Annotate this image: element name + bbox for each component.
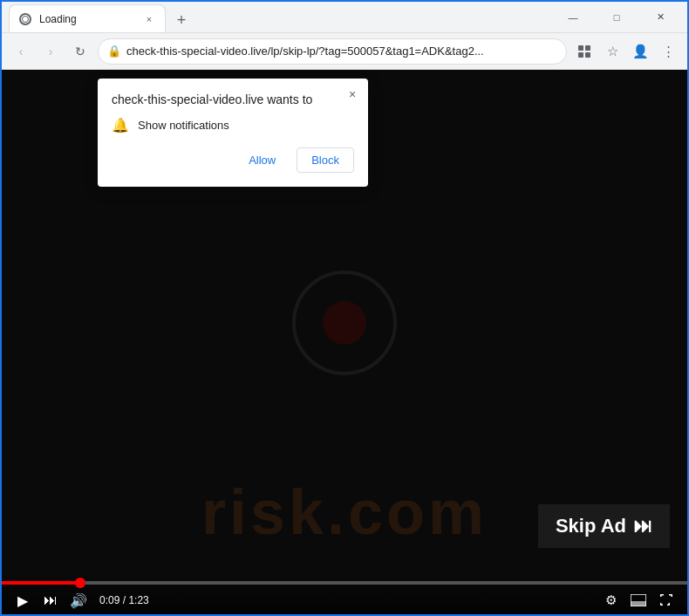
bookmark-icon[interactable]: ☆ <box>600 39 624 64</box>
bell-icon: 🔔 <box>112 117 129 133</box>
next-button[interactable]: ⏭ <box>40 590 61 611</box>
extensions-icon[interactable] <box>572 39 597 64</box>
skip-ad-icon: ⏭ <box>633 515 652 537</box>
forward-button[interactable]: › <box>38 39 63 64</box>
page-content: risk.com × check-this-special-video.live… <box>2 70 687 616</box>
tab-close-button[interactable]: × <box>142 12 156 26</box>
logo-watermark <box>292 270 397 375</box>
window-controls: — □ ✕ <box>553 3 680 31</box>
theater-button[interactable] <box>628 590 649 611</box>
volume-button[interactable]: 🔊 <box>68 590 89 611</box>
profile-icon[interactable]: 👤 <box>628 39 652 64</box>
svg-rect-5 <box>631 601 646 606</box>
new-tab-button[interactable]: + <box>169 8 194 32</box>
progress-dot <box>75 578 85 588</box>
toolbar-area: ☆ 👤 ⋮ <box>572 39 680 64</box>
time-display: 0:09 / 1:23 <box>99 594 149 606</box>
notification-row: 🔔 Show notifications <box>112 117 354 133</box>
notification-text: Show notifications <box>138 119 229 132</box>
maximize-button[interactable]: □ <box>597 3 637 31</box>
popup-title: check-this-special-video.live wants to <box>112 92 354 106</box>
svg-rect-2 <box>578 52 583 58</box>
popup-buttons: Allow Block <box>112 147 354 173</box>
navigation-bar: ‹ › ↻ 🔒 check-this-special-video.live/lp… <box>2 33 687 70</box>
video-controls: ▶ ⏭ 🔊 0:09 / 1:23 ⚙ <box>2 572 687 616</box>
fullscreen-button[interactable] <box>656 590 677 611</box>
svg-rect-0 <box>578 45 583 51</box>
svg-rect-3 <box>585 52 590 58</box>
watermark-text: risk.com <box>201 476 488 548</box>
popup-close-button[interactable]: × <box>344 86 361 103</box>
current-time: 0:09 <box>99 594 119 606</box>
notification-popup: × check-this-special-video.live wants to… <box>98 79 368 187</box>
progress-bar[interactable] <box>2 581 687 585</box>
controls-row: ▶ ⏭ 🔊 0:09 / 1:23 ⚙ <box>2 590 687 611</box>
settings-button[interactable]: ⚙ <box>600 590 621 611</box>
skip-ad-button[interactable]: Skip Ad ⏭ <box>538 504 670 548</box>
menu-icon[interactable]: ⋮ <box>656 39 680 64</box>
progress-fill <box>2 581 80 585</box>
play-button[interactable]: ▶ <box>12 590 33 611</box>
block-button[interactable]: Block <box>297 147 354 173</box>
allow-button[interactable]: Allow <box>235 147 290 173</box>
tab-title: Loading <box>39 13 135 25</box>
svg-rect-1 <box>585 45 590 51</box>
skip-ad-label: Skip Ad <box>556 515 626 537</box>
close-button[interactable]: ✕ <box>640 3 680 31</box>
address-text: check-this-special-video.live/lp/skip-lp… <box>126 44 557 58</box>
tab-area: Loading × + <box>9 2 546 32</box>
title-bar: Loading × + — □ ✕ <box>2 2 687 33</box>
minimize-button[interactable]: — <box>553 3 593 31</box>
reload-button[interactable]: ↻ <box>68 39 92 64</box>
lock-icon: 🔒 <box>107 44 121 58</box>
time-separator: / <box>119 594 128 606</box>
tab-favicon-icon <box>18 12 32 26</box>
address-bar[interactable]: 🔒 check-this-special-video.live/lp/skip-… <box>98 38 567 65</box>
active-tab[interactable]: Loading × <box>9 4 166 32</box>
back-button[interactable]: ‹ <box>9 39 33 64</box>
total-time: 1:23 <box>128 594 148 606</box>
